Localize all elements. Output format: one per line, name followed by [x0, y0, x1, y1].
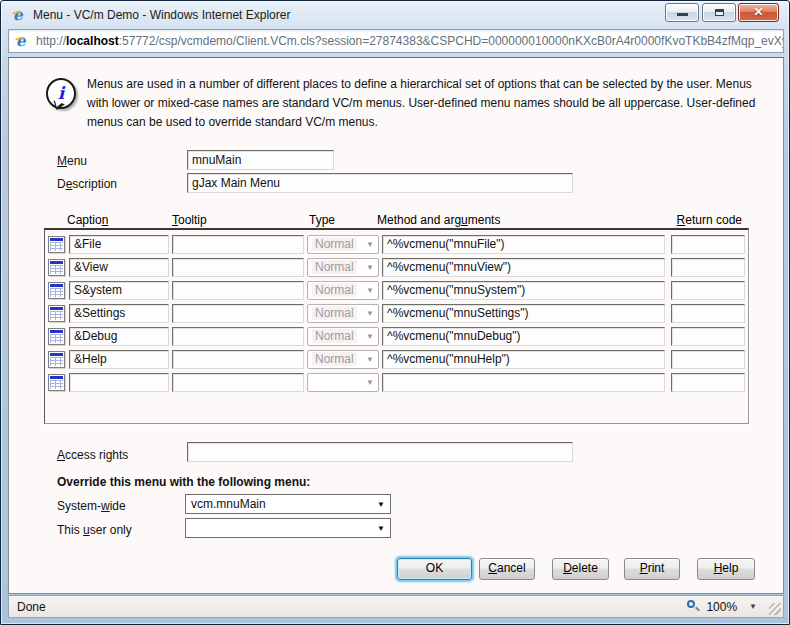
table-row: ▼: [45, 371, 748, 393]
system-wide-value: vcm.mnuMain: [191, 497, 266, 511]
return-code-input[interactable]: [671, 281, 745, 300]
menu-item-icon[interactable]: [48, 236, 65, 253]
title-bar[interactable]: e Menu - VC/m Demo - Windows Internet Ex…: [1, 1, 789, 28]
type-select[interactable]: Normal▼: [307, 327, 379, 346]
type-value: Normal: [312, 283, 357, 297]
table-row: Normal▼: [45, 302, 748, 324]
method-input[interactable]: [382, 327, 665, 346]
this-user-only-select[interactable]: ▼: [185, 518, 391, 538]
chevron-down-icon: ▼: [366, 286, 374, 295]
menu-item-icon[interactable]: [48, 259, 65, 276]
tooltip-column-header: Tooltip: [172, 213, 207, 227]
window-title: Menu - VC/m Demo - Windows Internet Expl…: [33, 8, 290, 22]
delete-button[interactable]: Delete: [552, 558, 609, 580]
menu-item-icon[interactable]: [48, 282, 65, 299]
system-wide-select[interactable]: vcm.mnuMain ▼: [185, 494, 391, 514]
chevron-down-icon: ▼: [366, 355, 374, 364]
return-code-input[interactable]: [671, 235, 745, 254]
menu-items-grid: Normal▼ Normal▼ Normal▼: [44, 228, 749, 424]
method-input[interactable]: [382, 281, 665, 300]
return-code-input[interactable]: [671, 373, 745, 392]
info-icon: i: [46, 78, 76, 109]
type-column-header: Type: [309, 213, 335, 227]
caption-input[interactable]: [69, 235, 169, 254]
chevron-down-icon: ▼: [366, 240, 374, 249]
type-select[interactable]: Normal▼: [307, 304, 379, 323]
tooltip-input[interactable]: [172, 258, 304, 277]
method-input[interactable]: [382, 304, 665, 323]
url-path: :57772/csp/vcmdemo/Client.VCm.cls?sessio…: [119, 34, 783, 48]
table-row: Normal▼: [45, 233, 748, 255]
return-code-input[interactable]: [671, 350, 745, 369]
ok-button[interactable]: OK: [397, 558, 472, 580]
description-label: Description: [57, 177, 117, 191]
menu-item-icon[interactable]: [48, 351, 65, 368]
chevron-down-icon: ▼: [377, 500, 385, 509]
minimize-button[interactable]: [665, 3, 699, 22]
method-input[interactable]: [382, 373, 665, 392]
info-text: Menus are used in a number of different …: [87, 75, 763, 132]
method-column-header: Method and arguments: [377, 213, 500, 227]
tooltip-input[interactable]: [172, 281, 304, 300]
type-value: Normal: [312, 352, 357, 366]
method-input[interactable]: [382, 258, 665, 277]
caption-input[interactable]: [69, 327, 169, 346]
zoom-level: 100%: [706, 600, 737, 614]
caption-input[interactable]: [69, 373, 169, 392]
url-protocol: http://: [36, 34, 66, 48]
type-select[interactable]: ▼: [307, 373, 379, 392]
resize-grip[interactable]: [769, 603, 781, 615]
chevron-down-icon: ▼: [377, 524, 385, 533]
close-button[interactable]: ✕: [738, 3, 779, 22]
method-input[interactable]: [382, 235, 665, 254]
zoom-control[interactable]: 100% ▼: [687, 600, 757, 614]
description-input[interactable]: [187, 173, 573, 193]
override-heading: Override this menu with the following me…: [57, 475, 310, 489]
return-code-input[interactable]: [671, 258, 745, 277]
help-button[interactable]: Help: [697, 558, 755, 580]
tooltip-input[interactable]: [172, 304, 304, 323]
caption-input[interactable]: [69, 258, 169, 277]
menu-item-icon[interactable]: [48, 328, 65, 345]
chevron-down-icon: ▼: [366, 332, 374, 341]
type-value: Normal: [312, 306, 357, 320]
access-rights-label: Access rights: [57, 448, 128, 462]
type-select[interactable]: Normal▼: [307, 350, 379, 369]
close-icon: ✕: [739, 5, 778, 19]
tooltip-input[interactable]: [172, 327, 304, 346]
type-value: Normal: [312, 329, 357, 343]
print-button[interactable]: Print: [624, 558, 680, 580]
table-row: Normal▼: [45, 256, 748, 278]
address-bar[interactable]: e http://localhost:57772/csp/vcmdemo/Cli…: [8, 29, 784, 53]
system-wide-label: System-wide: [57, 499, 126, 513]
ie-logo-icon: e: [11, 7, 27, 23]
status-text: Done: [17, 600, 46, 614]
tooltip-input[interactable]: [172, 235, 304, 254]
csp-page: i Menus are used in a number of differen…: [8, 57, 784, 594]
restore-button[interactable]: [702, 3, 736, 22]
tooltip-input[interactable]: [172, 350, 304, 369]
status-bar: Done 100% ▼: [8, 595, 784, 618]
menu-item-icon[interactable]: [48, 305, 65, 322]
type-select[interactable]: Normal▼: [307, 258, 379, 277]
menu-input[interactable]: [187, 150, 334, 170]
zoom-magnifier-icon: [687, 600, 700, 613]
return-code-input[interactable]: [671, 327, 745, 346]
table-row: Normal▼: [45, 348, 748, 370]
access-rights-input[interactable]: [187, 442, 573, 462]
caption-column-header: Caption: [67, 213, 108, 227]
cancel-button[interactable]: Cancel: [479, 558, 535, 580]
menu-item-icon[interactable]: [48, 374, 65, 391]
chevron-down-icon: ▼: [366, 263, 374, 272]
method-input[interactable]: [382, 350, 665, 369]
zoom-dropdown-icon[interactable]: ▼: [749, 602, 757, 611]
tooltip-input[interactable]: [172, 373, 304, 392]
caption-input[interactable]: [69, 281, 169, 300]
type-select[interactable]: Normal▼: [307, 281, 379, 300]
type-select[interactable]: Normal▼: [307, 235, 379, 254]
return-code-input[interactable]: [671, 304, 745, 323]
caption-input[interactable]: [69, 350, 169, 369]
caption-input[interactable]: [69, 304, 169, 323]
url-text[interactable]: http://localhost:57772/csp/vcmdemo/Clien…: [36, 34, 783, 48]
chevron-down-icon: ▼: [366, 309, 374, 318]
